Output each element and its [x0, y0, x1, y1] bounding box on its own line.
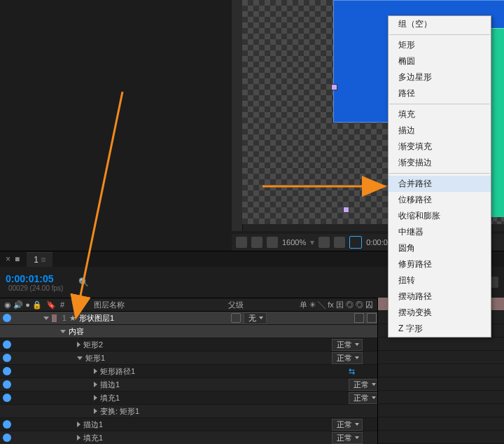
visibility-toggle[interactable]	[3, 433, 11, 442]
menu-separator	[389, 34, 490, 35]
layer-name[interactable]: 形状图层1	[79, 313, 114, 324]
twirl-right-icon[interactable]	[94, 382, 97, 387]
eye-column-icon: ◉	[4, 300, 11, 309]
fill1b-label: 填充1	[83, 433, 103, 443]
transform-handle[interactable]	[343, 207, 349, 213]
visibility-toggle[interactable]	[3, 367, 11, 375]
menu-fill[interactable]: 填充	[388, 106, 491, 123]
blend-mode-dropdown[interactable]: 正常	[332, 339, 363, 351]
menu-separator	[389, 173, 490, 174]
label-column-icon: 🔖	[46, 300, 56, 309]
menu-path[interactable]: 路径	[388, 85, 491, 102]
transform-rect1-label: 变换: 矩形1	[100, 406, 139, 417]
comp-tab[interactable]: 1 ≡	[27, 252, 52, 267]
twirl-right-icon[interactable]	[77, 422, 80, 427]
twirl-down-icon[interactable]	[77, 356, 83, 360]
menu-twist[interactable]: 扭转	[388, 272, 491, 289]
vertical-ruler	[232, 0, 243, 231]
viewer-tool-icon[interactable]	[318, 237, 330, 248]
viewer-tool-icon[interactable]	[251, 237, 262, 248]
twirl-right-icon[interactable]	[94, 408, 97, 414]
rect-path1-label: 矩形路径1	[100, 366, 135, 377]
layer-color-badge[interactable]	[52, 314, 57, 322]
rect2-label: 矩形2	[83, 340, 103, 350]
twirl-down-icon[interactable]	[60, 330, 66, 333]
menu-zigzag[interactable]: Z 字形	[388, 321, 491, 337]
lock-column-icon: 🔒	[32, 300, 42, 309]
constrain-icon[interactable]: ⇆	[349, 367, 355, 376]
parent-column[interactable]: 父级	[228, 300, 295, 310]
twirl-right-icon[interactable]	[77, 342, 80, 347]
twirl-down-icon[interactable]	[43, 317, 49, 320]
current-timecode[interactable]: 0:00:01:05	[6, 273, 63, 284]
blend-mode-dropdown[interactable]: 正常	[332, 432, 363, 444]
search-icon: 🔍	[78, 277, 89, 287]
menu-ellipse[interactable]: 椭圆	[388, 53, 491, 69]
audio-column-icon: 🔊	[13, 300, 23, 309]
switch-pin[interactable]	[354, 313, 364, 323]
menu-group-empty[interactable]: 组（空）	[388, 16, 491, 32]
parent-dropdown[interactable]: 无	[244, 312, 267, 324]
menu-pucker-bloat[interactable]: 收缩和膨胀	[388, 208, 491, 224]
menu-gradient-fill[interactable]: 渐变填充	[388, 139, 491, 155]
stroke1-label: 描边1	[100, 380, 120, 390]
viewer-tool-icon[interactable]	[334, 237, 345, 248]
menu-offset-paths[interactable]: 位移路径	[388, 192, 491, 208]
visibility-toggle[interactable]	[3, 340, 11, 349]
viewer-tool-icon[interactable]	[267, 237, 278, 248]
menu-wiggle-transform[interactable]: 摆动变换	[388, 305, 491, 321]
blend-mode-dropdown[interactable]: 正常	[332, 419, 363, 431]
search-input[interactable]	[89, 277, 197, 289]
timecode-sub: 00029 (24.00 fps)	[8, 284, 63, 292]
viewer-tool-icon[interactable]	[236, 237, 247, 248]
menu-polystar[interactable]: 多边星形	[388, 69, 491, 85]
blend-mode-dropdown[interactable]: 正常	[349, 379, 379, 391]
layer-name-column[interactable]: 图层名称	[94, 300, 186, 310]
menu-round-corners[interactable]: 圆角	[388, 240, 491, 256]
twirl-right-icon[interactable]	[77, 435, 80, 440]
menu-gradient-stroke[interactable]: 渐变描边	[388, 155, 491, 171]
rect1-label: 矩形1	[85, 353, 105, 363]
visibility-toggle[interactable]	[3, 380, 11, 389]
pickwhip-icon[interactable]	[231, 313, 241, 323]
transform-handle[interactable]	[331, 84, 337, 90]
twirl-right-icon[interactable]	[94, 368, 97, 374]
menu-rectangle[interactable]: 矩形	[388, 37, 491, 53]
app-root: 1600% ▾ 0:00:01:0 × ■ 1 ≡ 0:00:01:05 000…	[0, 0, 504, 444]
menu-stroke[interactable]: 描边	[388, 123, 491, 139]
stroke1b-label: 描边1	[83, 419, 103, 430]
contents-label: 内容	[69, 326, 84, 337]
blend-mode-dropdown[interactable]: 正常	[332, 352, 363, 364]
add-shape-context-menu: 组（空） 矩形 椭圆 多边星形 路径 填充 描边 渐变填充 渐变描边 合并路径 …	[388, 15, 491, 338]
layer-index: 1	[62, 314, 66, 322]
menu-merge-paths[interactable]: 合并路径	[388, 176, 491, 192]
fill1-label: 填充1	[100, 393, 120, 403]
hash-column: #	[60, 300, 64, 309]
menu-repeater[interactable]: 中继器	[388, 224, 491, 240]
switch-pin[interactable]	[367, 313, 377, 323]
solo-column-icon: ●	[25, 300, 30, 309]
visibility-toggle[interactable]	[3, 314, 11, 322]
menu-wiggle-paths[interactable]: 摆动路径	[388, 289, 491, 305]
twirl-right-icon[interactable]	[94, 395, 97, 401]
blend-mode-dropdown[interactable]: 正常	[349, 392, 379, 404]
layer-search[interactable]: 🔍	[78, 277, 197, 289]
shape-layer-icon: ★	[69, 314, 76, 323]
visibility-toggle[interactable]	[3, 354, 11, 362]
menu-separator	[389, 104, 490, 104]
visibility-toggle[interactable]	[3, 420, 11, 429]
zoom-level[interactable]: 1600%	[282, 238, 306, 247]
menu-trim-paths[interactable]: 修剪路径	[388, 256, 491, 272]
region-of-interest-icon[interactable]	[349, 236, 362, 249]
visibility-toggle[interactable]	[3, 394, 11, 402]
